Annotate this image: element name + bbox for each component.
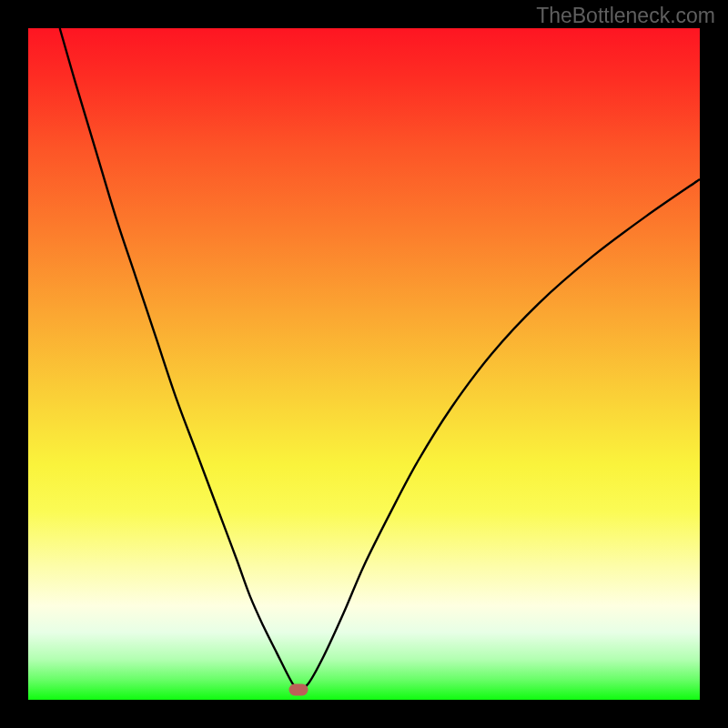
chart-frame: TheBottleneck.com — [0, 0, 728, 728]
bottleneck-curve-path — [60, 28, 700, 690]
watermark-text: TheBottleneck.com — [536, 4, 715, 28]
optimal-point-marker — [289, 684, 308, 695]
bottleneck-curve-svg — [28, 28, 700, 700]
